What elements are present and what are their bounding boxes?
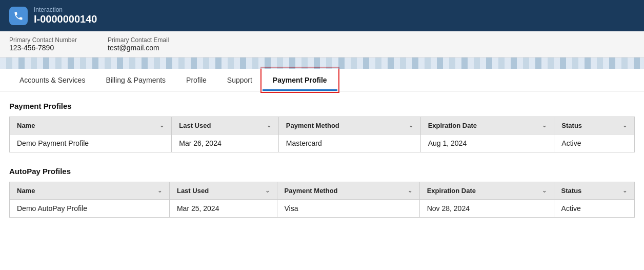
- cell-payment_method: Visa: [277, 200, 419, 218]
- payment-profiles-header-row: Name⌄Last Used⌄Payment Method⌄Expiration…: [10, 117, 635, 134]
- th-last_used[interactable]: Last Used⌄: [169, 182, 277, 200]
- th-expiration_date[interactable]: Expiration Date⌄: [420, 117, 554, 134]
- email-field: Primary Contact Email test@gmail.com: [108, 36, 169, 52]
- cell-status: Active: [554, 200, 634, 218]
- autopay-profiles-header-row: Name⌄Last Used⌄Payment Method⌄Expiration…: [10, 182, 635, 200]
- tab-profile[interactable]: Profile: [176, 69, 217, 91]
- table-row: Demo AutoPay ProfileMar 25, 2024VisaNov …: [10, 200, 635, 218]
- th-status[interactable]: Status⌄: [554, 117, 635, 134]
- payment-profiles-title: Payment Profiles: [9, 102, 635, 110]
- th-name[interactable]: Name⌄: [10, 182, 170, 200]
- phone-icon: [9, 7, 28, 25]
- sort-icon-expiration_date: ⌄: [542, 187, 547, 194]
- phone-value: 123-456-7890: [9, 44, 77, 52]
- tab-billing[interactable]: Billing & Payments: [95, 69, 176, 91]
- sort-icon-name: ⌄: [159, 122, 164, 129]
- sort-icon-expiration_date: ⌄: [542, 122, 547, 129]
- th-last_used[interactable]: Last Used⌄: [172, 117, 279, 134]
- sort-icon-payment_method: ⌄: [408, 187, 412, 194]
- header-bar: Interaction I-0000000140: [0, 0, 644, 31]
- phone-field: Primary Contact Number 123-456-7890: [9, 36, 77, 52]
- cell-payment_method: Mastercard: [278, 134, 420, 152]
- interaction-label: Interaction: [34, 6, 97, 13]
- cell-name: Demo Payment Profile: [10, 134, 172, 152]
- sort-icon-last_used: ⌄: [265, 187, 270, 194]
- nav-tabs: Accounts & ServicesBilling & PaymentsPro…: [0, 69, 644, 91]
- cell-last_used: Mar 26, 2024: [172, 134, 279, 152]
- th-payment_method[interactable]: Payment Method⌄: [278, 117, 420, 134]
- autopay-profiles-table: Name⌄Last Used⌄Payment Method⌄Expiration…: [9, 182, 635, 218]
- payment-profiles-table: Name⌄Last Used⌄Payment Method⌄Expiration…: [9, 117, 635, 152]
- sort-icon-payment_method: ⌄: [409, 122, 413, 129]
- sort-icon-last_used: ⌄: [267, 122, 271, 129]
- cell-expiration_date: Aug 1, 2024: [420, 134, 554, 152]
- cell-status: Active: [554, 134, 635, 152]
- interaction-id: I-0000000140: [34, 13, 97, 25]
- payment-profiles-section: Payment Profiles Name⌄Last Used⌄Payment …: [9, 102, 635, 152]
- email-value: test@gmail.com: [108, 44, 169, 52]
- email-label: Primary Contact Email: [108, 36, 169, 44]
- table-row: Demo Payment ProfileMar 26, 2024Masterca…: [10, 134, 635, 152]
- cell-expiration_date: Nov 28, 2024: [419, 200, 554, 218]
- th-expiration_date[interactable]: Expiration Date⌄: [419, 182, 554, 200]
- autopay-profiles-thead: Name⌄Last Used⌄Payment Method⌄Expiration…: [10, 182, 635, 200]
- autopay-profiles-section: AutoPay Profiles Name⌄Last Used⌄Payment …: [9, 167, 635, 218]
- tab-payment-profile[interactable]: Payment Profile: [263, 69, 337, 91]
- sort-icon-name: ⌄: [157, 187, 162, 194]
- contact-bar: Primary Contact Number 123-456-7890 Prim…: [0, 31, 644, 57]
- payment-profiles-tbody: Demo Payment ProfileMar 26, 2024Masterca…: [10, 134, 635, 152]
- payment-profiles-thead: Name⌄Last Used⌄Payment Method⌄Expiration…: [10, 117, 635, 134]
- main-content: Payment Profiles Name⌄Last Used⌄Payment …: [0, 91, 644, 242]
- tab-support[interactable]: Support: [217, 69, 263, 91]
- cell-last_used: Mar 25, 2024: [169, 200, 277, 218]
- th-status[interactable]: Status⌄: [554, 182, 634, 200]
- sort-icon-status: ⌄: [622, 187, 627, 194]
- th-name[interactable]: Name⌄: [10, 117, 172, 134]
- decorative-band: [0, 57, 644, 69]
- cell-name: Demo AutoPay Profile: [10, 200, 170, 218]
- tab-accounts[interactable]: Accounts & Services: [9, 69, 95, 91]
- phone-label: Primary Contact Number: [9, 36, 77, 44]
- autopay-profiles-tbody: Demo AutoPay ProfileMar 25, 2024VisaNov …: [10, 200, 635, 218]
- autopay-profiles-title: AutoPay Profiles: [9, 167, 635, 176]
- header-text: Interaction I-0000000140: [34, 6, 97, 25]
- sort-icon-status: ⌄: [622, 122, 627, 129]
- th-payment_method[interactable]: Payment Method⌄: [277, 182, 419, 200]
